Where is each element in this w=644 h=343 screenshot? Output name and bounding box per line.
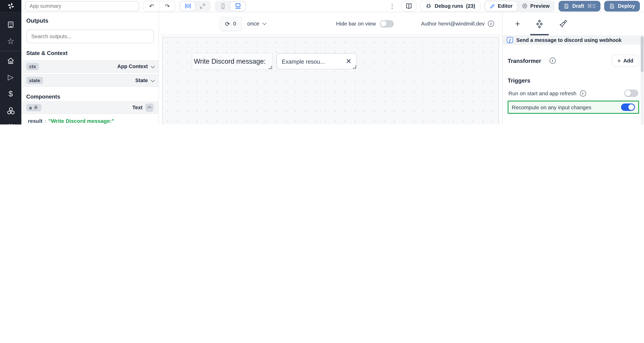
state-badge: state: [26, 77, 43, 84]
run-on-start-row: Run on start and app refresh i: [508, 90, 639, 97]
clear-selection-icon[interactable]: ✕: [346, 57, 352, 66]
undo-redo-group: ↶ ↷: [144, 0, 176, 11]
ctx-badge: ctx: [26, 63, 39, 70]
resize-handle[interactable]: [353, 65, 356, 68]
text-component-value: Write Discord message:: [194, 58, 266, 65]
schedules-icon[interactable]: [6, 123, 15, 124]
collapse-button[interactable]: [145, 104, 154, 112]
component-type: Text: [132, 105, 142, 110]
mobile-icon: [220, 3, 226, 9]
save-icon: [609, 3, 615, 9]
debug-runs-button[interactable]: Debug runs (23): [420, 0, 480, 11]
hide-bar-row: Hide bar on view: [336, 20, 394, 28]
plus-icon: +: [515, 19, 520, 29]
transformer-title: Transformer i: [508, 57, 556, 64]
editor-preview-toggle: Editor Preview: [484, 0, 555, 12]
windmill-logo-icon: [7, 2, 14, 10]
info-icon[interactable]: i: [580, 90, 586, 96]
tab-component-settings[interactable]: [535, 12, 544, 35]
resource-select-component[interactable]: Example resou... ✕: [276, 53, 357, 69]
bounded-layout-button[interactable]: [180, 2, 195, 10]
favorites-icon[interactable]: ☆: [7, 36, 14, 46]
draft-label: Draft: [572, 3, 584, 9]
deploy-label: Deploy: [618, 3, 635, 9]
windmill-app-editor: ↶ ↷ ⋮ Debug runs: [0, 0, 644, 124]
docs-button[interactable]: [401, 0, 416, 11]
component-props: result:"Write Discord message:"loading:u…: [21, 114, 158, 124]
inspector-header: f Send a message to discord using webhoo…: [503, 35, 644, 45]
chevron-down-icon[interactable]: [151, 64, 155, 68]
component-diamonds-icon: [535, 20, 544, 28]
tab-editor[interactable]: Editor: [485, 1, 517, 11]
save-icon: [564, 3, 570, 9]
more-menu-icon[interactable]: ⋮: [386, 2, 398, 10]
add-transformer-button[interactable]: +Add: [612, 54, 639, 66]
app-canvas[interactable]: Write Discord message: Example resou... …: [162, 37, 499, 124]
redo-button[interactable]: ↷: [159, 1, 175, 11]
components-list: aTextresult:"Write Discord message:"load…: [21, 102, 158, 124]
workspace-icon[interactable]: [6, 20, 15, 29]
resize-handle[interactable]: [269, 66, 272, 69]
windmill-logo[interactable]: [0, 0, 21, 12]
desktop-view-button[interactable]: [230, 2, 245, 10]
info-icon[interactable]: i: [488, 20, 494, 27]
app-summary-input[interactable]: [25, 1, 139, 11]
resource-select-value: Example resou...: [282, 58, 325, 65]
inspector-tabs: +: [503, 12, 644, 35]
outputs-panel: Outputs State & Context ctx App Context …: [21, 12, 159, 124]
expand-icon: [199, 3, 206, 9]
canvas-toolbar: ⟳ 0 once Hide bar on view Author henri@w…: [159, 12, 502, 35]
inspector-scrollbar[interactable]: [641, 36, 644, 124]
state-row[interactable]: state State: [21, 74, 158, 87]
runs-icon[interactable]: ▷: [8, 73, 14, 82]
component-badge: a: [26, 104, 42, 111]
refresh-icon: ⟳: [225, 20, 230, 27]
author-label: Author henri@windmill.dev: [421, 20, 485, 27]
variables-icon[interactable]: $: [8, 90, 13, 99]
chevron-down-icon: [262, 21, 266, 25]
hide-bar-toggle[interactable]: [380, 20, 394, 28]
refresh-count: 0: [233, 20, 236, 27]
debug-runs-count: (23): [466, 3, 475, 9]
tab-insert[interactable]: +: [515, 12, 520, 35]
canvas-column: ⟳ 0 once Hide bar on view Author henri@w…: [159, 12, 502, 124]
author-row: Author henri@windmill.dev i: [421, 20, 494, 27]
component-row-a[interactable]: aText: [21, 102, 158, 114]
resources-icon[interactable]: [6, 106, 15, 115]
search-outputs-input[interactable]: [26, 30, 154, 43]
inspector-panel: + f Send a message to discord using webh…: [502, 12, 644, 124]
recompute-row: Recompute on any input changes: [508, 100, 639, 114]
eye-icon: [522, 3, 528, 9]
ctx-row[interactable]: ctx App Context: [21, 60, 158, 73]
run-on-start-toggle[interactable]: [624, 90, 638, 97]
home-icon[interactable]: [6, 57, 15, 65]
hand-pointer-icon: [34, 105, 39, 110]
editor-label: Editor: [498, 3, 512, 9]
topbar-right: ⋮ Debug runs (23) Editor Preview: [386, 0, 644, 12]
components-title: Components: [21, 94, 158, 100]
debug-runs-label: Debug runs: [435, 3, 463, 9]
ctx-label: App Context: [117, 64, 148, 70]
add-label: Add: [623, 58, 633, 64]
tab-preview[interactable]: Preview: [517, 1, 554, 11]
inspector-body: Transformer i +Add Triggers Run on start…: [503, 45, 644, 124]
text-component[interactable]: Write Discord message:: [192, 53, 273, 70]
chevron-down-icon[interactable]: [151, 78, 155, 82]
preview-label: Preview: [530, 3, 550, 9]
undo-button[interactable]: ↶: [144, 1, 159, 11]
draft-button[interactable]: Draft ⌘S: [559, 0, 600, 11]
pencil-icon: [490, 3, 495, 9]
rail-divider: [0, 51, 21, 52]
outputs-title: Outputs: [21, 17, 158, 24]
recompute-toggle[interactable]: [621, 104, 635, 111]
tab-styling[interactable]: [559, 12, 567, 35]
hide-bar-label: Hide bar on view: [336, 20, 376, 27]
fullwidth-layout-button[interactable]: [195, 2, 210, 10]
recompute-label: Recompute on any input changes: [512, 104, 592, 110]
canvas-wrap: Write Discord message: Example resou... …: [159, 35, 502, 124]
mobile-view-button[interactable]: [216, 2, 230, 10]
deploy-button[interactable]: Deploy: [604, 0, 640, 11]
info-icon[interactable]: i: [549, 58, 556, 64]
schedule-dropdown[interactable]: once: [247, 20, 265, 27]
refresh-count-button[interactable]: ⟳ 0: [220, 17, 242, 31]
